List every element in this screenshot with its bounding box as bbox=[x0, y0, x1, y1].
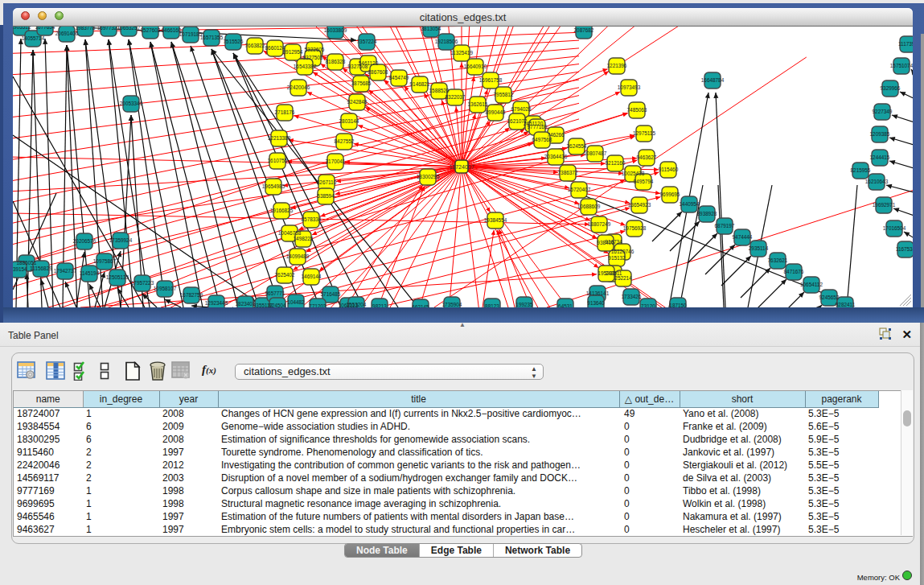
svg-text:924504: 924504 bbox=[269, 303, 286, 307]
svg-text:19692971: 19692971 bbox=[873, 202, 896, 208]
svg-text:12505135: 12505135 bbox=[106, 274, 129, 280]
svg-text:17359924: 17359924 bbox=[109, 237, 133, 243]
svg-text:9282411: 9282411 bbox=[836, 302, 856, 307]
svg-text:16961758: 16961758 bbox=[479, 77, 503, 83]
svg-text:7515526: 7515526 bbox=[224, 39, 244, 44]
svg-text:16210643: 16210643 bbox=[865, 179, 889, 184]
svg-text:9212160: 9212160 bbox=[606, 160, 626, 166]
svg-text:1440954: 1440954 bbox=[680, 201, 700, 207]
svg-text:10025438: 10025438 bbox=[622, 171, 645, 176]
svg-text:9329966: 9329966 bbox=[881, 85, 901, 91]
svg-text:10688609: 10688609 bbox=[577, 204, 601, 209]
svg-text:16033809: 16033809 bbox=[324, 27, 347, 33]
svg-text:18300295: 18300295 bbox=[417, 174, 440, 179]
svg-text:9474444: 9474444 bbox=[733, 234, 753, 240]
svg-text:19218506: 19218506 bbox=[435, 39, 458, 44]
svg-text:73120: 73120 bbox=[641, 303, 655, 307]
svg-text:2867608: 2867608 bbox=[368, 69, 388, 75]
svg-text:18807249: 18807249 bbox=[588, 221, 611, 227]
svg-text:19384554: 19384554 bbox=[484, 217, 507, 223]
svg-text:22420046: 22420046 bbox=[287, 84, 310, 90]
svg-text:8938928: 8938928 bbox=[697, 211, 717, 216]
svg-text:5461120: 5461120 bbox=[359, 60, 379, 66]
svg-text:19166825: 19166825 bbox=[270, 208, 294, 213]
svg-text:13654923: 13654923 bbox=[628, 202, 651, 208]
svg-text:8427552: 8427552 bbox=[335, 138, 355, 144]
svg-text:8454749: 8454749 bbox=[389, 75, 409, 80]
svg-text:12213389: 12213389 bbox=[268, 135, 291, 141]
svg-text:9146821: 9146821 bbox=[410, 81, 430, 87]
svg-text:16543382: 16543382 bbox=[294, 64, 317, 69]
svg-text:3624554: 3624554 bbox=[567, 143, 587, 149]
svg-text:939154: 939154 bbox=[13, 266, 27, 272]
svg-text:11156829: 11156829 bbox=[30, 266, 52, 271]
svg-text:7955812: 7955812 bbox=[494, 92, 514, 97]
svg-text:104482: 104482 bbox=[287, 299, 305, 305]
svg-text:12975115: 12975115 bbox=[633, 130, 655, 136]
svg-text:8990448: 8990448 bbox=[486, 109, 506, 115]
svg-text:1469144: 1469144 bbox=[302, 274, 322, 279]
svg-text:1167534: 1167534 bbox=[896, 246, 913, 252]
svg-text:252214: 252214 bbox=[614, 275, 632, 281]
svg-text:8813054: 8813054 bbox=[421, 27, 441, 31]
svg-text:10975867: 10975867 bbox=[93, 258, 117, 264]
svg-text:1905512: 1905512 bbox=[13, 27, 31, 30]
svg-text:9242848: 9242848 bbox=[347, 99, 368, 105]
svg-text:1553204: 1553204 bbox=[347, 302, 367, 307]
svg-text:6879197: 6879197 bbox=[715, 223, 735, 229]
svg-text:1145194: 1145194 bbox=[80, 270, 100, 276]
svg-text:1610755: 1610755 bbox=[268, 158, 288, 163]
svg-text:20053346: 20053346 bbox=[120, 101, 143, 106]
svg-text:17016504: 17016504 bbox=[883, 225, 906, 231]
svg-text:11325419: 11325419 bbox=[450, 50, 473, 56]
svg-text:195233: 195233 bbox=[598, 270, 615, 276]
svg-text:187150: 187150 bbox=[669, 303, 687, 307]
svg-text:3875685: 3875685 bbox=[351, 80, 372, 86]
svg-text:8322037: 8322037 bbox=[446, 94, 466, 100]
svg-text:6497568: 6497568 bbox=[532, 137, 552, 142]
svg-text:20364436: 20364436 bbox=[544, 154, 568, 159]
svg-text:1885051: 1885051 bbox=[17, 260, 37, 266]
svg-text:1823401: 1823401 bbox=[236, 301, 256, 307]
svg-text:17942737: 17942737 bbox=[54, 268, 77, 274]
svg-text:14136141: 14136141 bbox=[586, 290, 610, 296]
svg-text:10653257: 10653257 bbox=[117, 27, 141, 31]
svg-text:14099489: 14099489 bbox=[286, 253, 310, 259]
svg-text:9463627: 9463627 bbox=[637, 154, 657, 160]
svg-text:1983778: 1983778 bbox=[76, 27, 96, 31]
svg-text:15720407: 15720407 bbox=[568, 187, 591, 192]
svg-text:5322605: 5322605 bbox=[305, 47, 325, 52]
svg-text:3267110: 3267110 bbox=[317, 179, 337, 185]
svg-text:20691406: 20691406 bbox=[55, 31, 79, 36]
svg-text:16648784: 16648784 bbox=[701, 77, 725, 83]
svg-text:9115460: 9115460 bbox=[659, 167, 679, 172]
svg-text:2718176: 2718176 bbox=[275, 109, 295, 115]
svg-text:7386372: 7386372 bbox=[558, 170, 578, 175]
svg-text:2935114: 2935114 bbox=[749, 245, 769, 251]
svg-text:9657771: 9657771 bbox=[265, 290, 285, 296]
svg-text:17957223: 17957223 bbox=[131, 280, 154, 286]
svg-text:8215955: 8215955 bbox=[851, 167, 871, 173]
svg-text:8186328: 8186328 bbox=[326, 59, 346, 64]
svg-text:913640: 913640 bbox=[587, 300, 605, 306]
svg-text:8578334: 8578334 bbox=[302, 216, 322, 222]
svg-text:9227349: 9227349 bbox=[873, 109, 893, 114]
svg-text:7663822: 7663822 bbox=[245, 43, 265, 48]
svg-text:10719185: 10719185 bbox=[179, 31, 203, 37]
svg-text:7625402: 7625402 bbox=[275, 272, 295, 278]
svg-text:16640910: 16640910 bbox=[464, 64, 487, 69]
svg-text:1362615: 1362615 bbox=[468, 101, 488, 107]
svg-text:915132: 915132 bbox=[608, 255, 626, 261]
svg-text:938406: 938406 bbox=[597, 240, 614, 245]
svg-text:1221396: 1221396 bbox=[607, 63, 627, 68]
svg-text:88123: 88123 bbox=[485, 303, 499, 307]
svg-text:1588520: 1588520 bbox=[429, 88, 450, 93]
svg-text:18724007: 18724007 bbox=[449, 164, 474, 170]
svg-text:662145: 662145 bbox=[412, 304, 429, 307]
svg-text:16120746: 16120746 bbox=[611, 249, 634, 254]
svg-text:1677654: 1677654 bbox=[35, 27, 55, 30]
svg-text:7485063: 7485063 bbox=[627, 107, 647, 113]
svg-text:1733426: 1733426 bbox=[622, 294, 642, 299]
svg-text:8912954: 8912954 bbox=[283, 49, 303, 55]
svg-text:64531: 64531 bbox=[558, 303, 573, 307]
